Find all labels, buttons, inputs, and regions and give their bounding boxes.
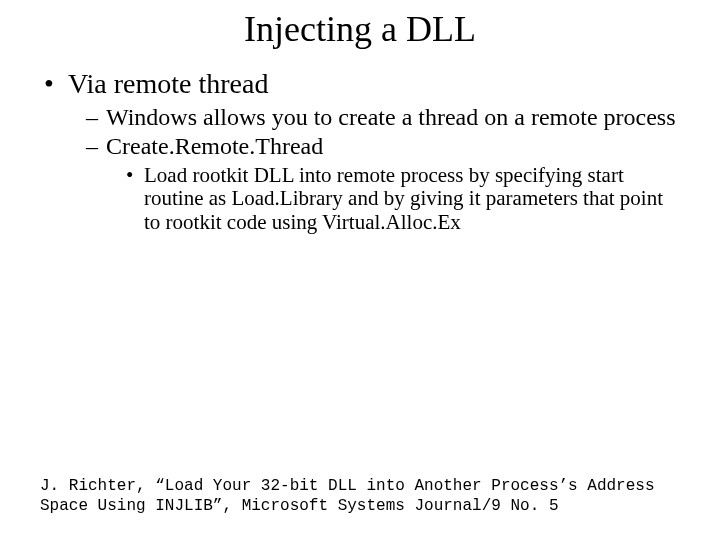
bullet-level2: Windows allows you to create a thread on…: [40, 104, 680, 131]
slide: Injecting a DLL Via remote thread Window…: [0, 0, 720, 540]
slide-content: Via remote thread Windows allows you to …: [0, 50, 720, 234]
citation-footer: J. Richter, “Load Your 32-bit DLL into A…: [40, 476, 680, 516]
slide-title: Injecting a DLL: [0, 0, 720, 50]
bullet-level1: Via remote thread: [40, 68, 680, 100]
bullet-level2: Create.Remote.Thread: [40, 133, 680, 160]
bullet-level3: Load rootkit DLL into remote process by …: [40, 164, 680, 235]
